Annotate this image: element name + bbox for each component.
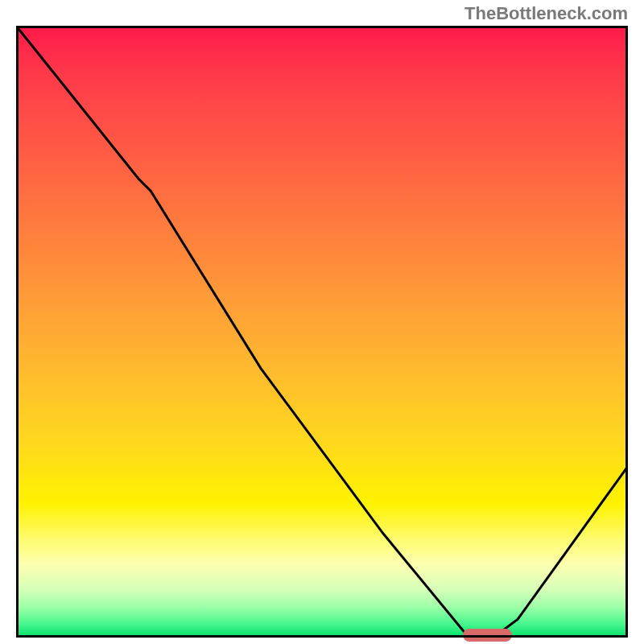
watermark-text: TheBottleneck.com	[464, 3, 628, 24]
optimal-range-marker	[463, 629, 512, 642]
bottleneck-curve-path	[16, 26, 628, 638]
bottleneck-chart	[16, 26, 628, 638]
chart-curve-svg	[16, 26, 628, 638]
